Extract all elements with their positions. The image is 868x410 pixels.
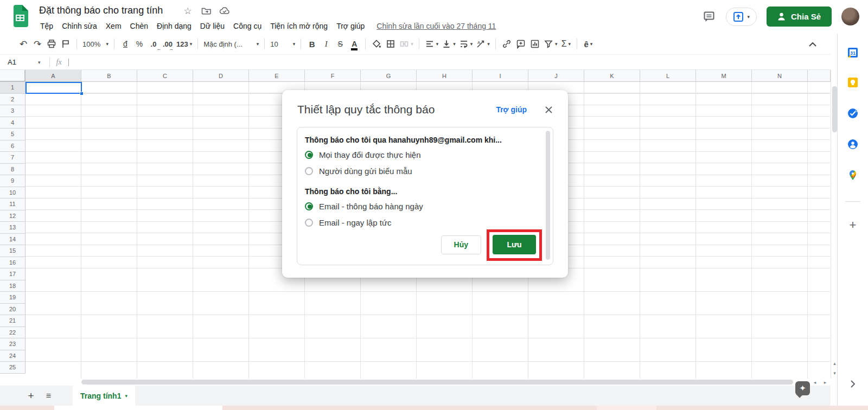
zoom-select[interactable]: 100%▾ bbox=[81, 37, 110, 51]
row-header-13[interactable]: 13 bbox=[0, 222, 25, 234]
sheet-tab-menu-icon[interactable]: ▾ bbox=[125, 393, 127, 399]
column-header-g[interactable]: G bbox=[361, 70, 417, 82]
row-header-5[interactable]: 5 bbox=[0, 129, 25, 140]
radio-option[interactable]: Email - thông báo hàng ngày bbox=[305, 198, 545, 214]
scroll-left-icon[interactable]: ◂ bbox=[810, 379, 819, 386]
row-header-1[interactable]: 1 bbox=[0, 82, 25, 94]
functions-button[interactable]: Σ▾ bbox=[559, 37, 573, 51]
scroll-right-icon[interactable]: ▸ bbox=[821, 379, 829, 386]
insert-comment-button[interactable] bbox=[514, 37, 528, 51]
menu-chèn[interactable]: Chèn bbox=[126, 21, 152, 31]
star-icon[interactable]: ☆ bbox=[182, 5, 193, 16]
add-sheet-button[interactable]: + bbox=[24, 390, 38, 402]
column-header-i[interactable]: I bbox=[473, 70, 528, 82]
menu-công-cụ[interactable]: Công cụ bbox=[229, 21, 266, 31]
column-header-n[interactable]: N bbox=[752, 70, 808, 82]
sheets-logo-icon[interactable] bbox=[12, 5, 28, 27]
column-header-b[interactable]: B bbox=[81, 70, 137, 82]
menu-chỉnh-sửa[interactable]: Chỉnh sửa bbox=[58, 21, 101, 31]
row-header-2[interactable]: 2 bbox=[0, 94, 25, 106]
cancel-button[interactable]: Hủy bbox=[441, 235, 481, 254]
upload-dropdown-button[interactable]: ▾ bbox=[726, 8, 757, 26]
radio-selected-icon[interactable] bbox=[305, 202, 313, 210]
format-currency-button[interactable]: đ bbox=[118, 37, 132, 51]
radio-unselected-icon[interactable] bbox=[305, 219, 313, 227]
radio-option[interactable]: Người dùng gửi biểu mẫu bbox=[305, 163, 545, 179]
menu-định-dạng[interactable]: Định dạng bbox=[152, 21, 196, 31]
vertical-scrollbar-thumb[interactable] bbox=[832, 86, 837, 132]
fill-color-button[interactable] bbox=[369, 37, 384, 51]
dialog-help-link[interactable]: Trợ giúp bbox=[496, 105, 527, 114]
comment-history-icon[interactable] bbox=[702, 10, 716, 24]
text-wrap-button[interactable]: ▾ bbox=[457, 37, 475, 51]
column-header-a[interactable]: A bbox=[25, 70, 81, 82]
row-header-19[interactable]: 19 bbox=[0, 292, 25, 304]
print-button[interactable] bbox=[44, 37, 59, 51]
cloud-status-icon[interactable] bbox=[219, 5, 230, 16]
selected-cell-a1[interactable] bbox=[25, 82, 82, 94]
row-header-22[interactable]: 22 bbox=[0, 327, 25, 339]
row-header-21[interactable]: 21 bbox=[0, 315, 25, 327]
document-title[interactable]: Đặt thông báo cho trang tính bbox=[39, 5, 163, 16]
font-select[interactable]: Mặc định (...▾ bbox=[202, 37, 260, 51]
dialog-scrollbar-thumb[interactable] bbox=[546, 131, 550, 260]
row-header-11[interactable]: 11 bbox=[0, 198, 25, 210]
insert-link-button[interactable] bbox=[500, 37, 514, 51]
keep-icon[interactable] bbox=[847, 77, 858, 88]
text-color-button[interactable]: A bbox=[347, 37, 361, 51]
name-box[interactable]: A1 bbox=[0, 58, 38, 66]
save-button[interactable]: Lưu bbox=[493, 235, 536, 254]
row-header-23[interactable]: 23 bbox=[0, 338, 25, 350]
radio-unselected-icon[interactable] bbox=[305, 167, 313, 175]
row-header-17[interactable]: 17 bbox=[0, 268, 25, 280]
share-button[interactable]: Chia Sẻ bbox=[767, 7, 832, 27]
row-header-14[interactable]: 14 bbox=[0, 234, 25, 246]
row-header-25[interactable]: 25 bbox=[0, 362, 25, 374]
close-icon[interactable] bbox=[543, 104, 554, 115]
column-header-j[interactable]: J bbox=[528, 70, 584, 82]
menu-tệp[interactable]: Tệp bbox=[36, 21, 58, 31]
add-addon-icon[interactable]: + bbox=[850, 218, 857, 232]
radio-selected-icon[interactable] bbox=[305, 151, 313, 159]
explore-button[interactable]: ✦ bbox=[795, 381, 810, 395]
menu-dữ-liệu[interactable]: Dữ liệu bbox=[196, 21, 229, 31]
column-header-d[interactable]: D bbox=[193, 70, 249, 82]
last-edit-link[interactable]: Chỉnh sửa lần cuối vào 27 tháng 11 bbox=[376, 22, 496, 30]
column-header-partial[interactable] bbox=[808, 70, 831, 82]
undo-button[interactable]: ↶ bbox=[16, 37, 30, 51]
increase-decimal-button[interactable]: .00→ bbox=[161, 37, 175, 51]
text-rotation-button[interactable]: A ▾ bbox=[474, 37, 492, 51]
decrease-decimal-button[interactable]: .0← bbox=[146, 37, 161, 51]
redo-button[interactable]: ↷ bbox=[30, 37, 44, 51]
row-header-6[interactable]: 6 bbox=[0, 140, 25, 152]
row-header-20[interactable]: 20 bbox=[0, 304, 25, 316]
paint-format-button[interactable] bbox=[59, 37, 73, 51]
row-header-4[interactable]: 4 bbox=[0, 117, 25, 129]
collapse-toolbar-icon[interactable] bbox=[806, 38, 819, 51]
more-formats-button[interactable]: 123▾ bbox=[175, 37, 194, 51]
move-folder-icon[interactable] bbox=[201, 5, 212, 16]
font-size-select[interactable]: 10▾ bbox=[269, 37, 297, 51]
horizontal-scrollbar-thumb[interactable] bbox=[81, 380, 793, 385]
column-header-l[interactable]: L bbox=[640, 70, 696, 82]
borders-button[interactable] bbox=[384, 37, 398, 51]
column-header-m[interactable]: M bbox=[696, 70, 752, 82]
fill-handle[interactable] bbox=[80, 92, 84, 95]
strikethrough-button[interactable]: S bbox=[333, 37, 347, 51]
row-header-15[interactable]: 15 bbox=[0, 245, 25, 257]
contacts-icon[interactable] bbox=[847, 139, 858, 150]
row-header-18[interactable]: 18 bbox=[0, 280, 25, 292]
calendar-icon[interactable]: 31 bbox=[847, 47, 858, 58]
collapse-panel-chevron-icon[interactable] bbox=[850, 380, 856, 388]
menu-trợ-giúp[interactable]: Trợ giúp bbox=[332, 21, 369, 31]
filter-button[interactable]: ▾ bbox=[542, 37, 559, 51]
format-percent-button[interactable]: % bbox=[132, 37, 146, 51]
column-header-e[interactable]: E bbox=[249, 70, 305, 82]
menu-tiện-ích-mở-rộng[interactable]: Tiện ích mở rộng bbox=[266, 21, 332, 31]
radio-option[interactable]: Mọi thay đổi được thực hiện bbox=[305, 146, 545, 163]
vertical-align-button[interactable]: ▾ bbox=[440, 37, 457, 51]
avatar[interactable] bbox=[841, 8, 859, 25]
row-header-10[interactable]: 10 bbox=[0, 187, 25, 199]
horizontal-scrollbar[interactable]: ◂ ▸ bbox=[0, 379, 831, 386]
formula-input-cursor[interactable] bbox=[68, 59, 69, 66]
